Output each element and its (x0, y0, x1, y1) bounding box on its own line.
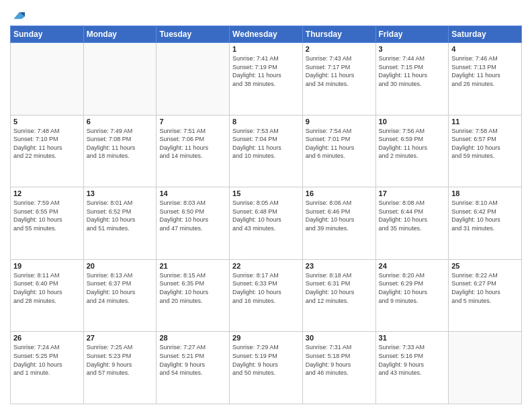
day-info: Sunrise: 8:06 AM Sunset: 6:46 PM Dayligh… (306, 199, 373, 232)
day-number: 12 (13, 189, 81, 197)
day-info: Sunrise: 7:49 AM Sunset: 7:08 PM Dayligh… (87, 127, 154, 161)
calendar-cell: 10Sunrise: 7:56 AM Sunset: 6:59 PM Dayli… (375, 115, 449, 187)
calendar-cell (157, 43, 230, 116)
calendar-header-row: SundayMondayTuesdayWednesdayThursdayFrid… (11, 26, 522, 43)
day-number: 13 (87, 189, 154, 197)
calendar-cell: 31Sunrise: 7:33 AM Sunset: 5:16 PM Dayli… (375, 332, 449, 404)
calendar-week-row: 12Sunrise: 7:59 AM Sunset: 6:55 PM Dayli… (11, 187, 522, 260)
day-info: Sunrise: 7:41 AM Sunset: 7:19 PM Dayligh… (232, 54, 300, 88)
calendar-cell: 7Sunrise: 7:51 AM Sunset: 7:06 PM Daylig… (157, 115, 230, 187)
day-info: Sunrise: 7:25 AM Sunset: 5:23 PM Dayligh… (87, 343, 154, 377)
weekday-header: Saturday (449, 26, 522, 43)
day-info: Sunrise: 8:01 AM Sunset: 6:52 PM Dayligh… (87, 199, 154, 232)
calendar-cell: 9Sunrise: 7:54 AM Sunset: 7:01 PM Daylig… (302, 115, 375, 187)
day-number: 26 (13, 334, 81, 342)
calendar-cell: 29Sunrise: 7:29 AM Sunset: 5:19 PM Dayli… (230, 332, 303, 404)
calendar-cell: 15Sunrise: 8:05 AM Sunset: 6:48 PM Dayli… (230, 187, 303, 260)
calendar-table: SundayMondayTuesdayWednesdayThursdayFrid… (10, 26, 522, 404)
day-info: Sunrise: 8:08 AM Sunset: 6:44 PM Dayligh… (379, 199, 446, 232)
day-number: 5 (13, 118, 81, 126)
calendar-cell (449, 332, 522, 404)
weekday-header: Thursday (302, 26, 375, 43)
calendar-cell: 19Sunrise: 8:11 AM Sunset: 6:40 PM Dayli… (11, 259, 84, 332)
calendar-cell: 27Sunrise: 7:25 AM Sunset: 5:23 PM Dayli… (83, 332, 157, 404)
day-number: 30 (306, 334, 373, 342)
calendar-cell: 20Sunrise: 8:13 AM Sunset: 6:37 PM Dayli… (83, 259, 157, 332)
day-number: 10 (379, 118, 446, 126)
day-info: Sunrise: 7:53 AM Sunset: 7:04 PM Dayligh… (232, 127, 300, 161)
calendar-cell: 26Sunrise: 7:24 AM Sunset: 5:25 PM Dayli… (11, 332, 84, 404)
day-number: 22 (232, 262, 300, 270)
day-info: Sunrise: 7:59 AM Sunset: 6:55 PM Dayligh… (13, 199, 81, 232)
calendar-cell: 22Sunrise: 8:17 AM Sunset: 6:33 PM Dayli… (230, 259, 303, 332)
day-info: Sunrise: 8:03 AM Sunset: 6:50 PM Dayligh… (159, 199, 226, 232)
day-info: Sunrise: 8:05 AM Sunset: 6:48 PM Dayligh… (232, 199, 300, 232)
day-info: Sunrise: 7:33 AM Sunset: 5:16 PM Dayligh… (379, 343, 446, 377)
day-number: 25 (451, 262, 519, 270)
calendar-week-row: 19Sunrise: 8:11 AM Sunset: 6:40 PM Dayli… (11, 259, 522, 332)
day-info: Sunrise: 7:43 AM Sunset: 7:17 PM Dayligh… (306, 54, 373, 88)
day-number: 2 (306, 45, 373, 53)
day-info: Sunrise: 7:56 AM Sunset: 6:59 PM Dayligh… (379, 127, 446, 161)
day-info: Sunrise: 8:18 AM Sunset: 6:31 PM Dayligh… (306, 271, 373, 305)
day-info: Sunrise: 7:54 AM Sunset: 7:01 PM Dayligh… (306, 127, 373, 161)
calendar-cell: 8Sunrise: 7:53 AM Sunset: 7:04 PM Daylig… (230, 115, 303, 187)
day-number: 29 (232, 334, 300, 342)
calendar-cell: 4Sunrise: 7:46 AM Sunset: 7:13 PM Daylig… (449, 43, 522, 116)
day-info: Sunrise: 8:15 AM Sunset: 6:35 PM Dayligh… (159, 271, 226, 305)
day-info: Sunrise: 7:29 AM Sunset: 5:19 PM Dayligh… (232, 343, 300, 377)
day-number: 6 (87, 118, 154, 126)
calendar-cell: 5Sunrise: 7:48 AM Sunset: 7:10 PM Daylig… (11, 115, 84, 187)
day-number: 1 (232, 45, 300, 53)
day-info: Sunrise: 8:10 AM Sunset: 6:42 PM Dayligh… (451, 199, 519, 232)
day-number: 24 (379, 262, 446, 270)
page: SundayMondayTuesdayWednesdayThursdayFrid… (0, 0, 532, 411)
day-info: Sunrise: 7:44 AM Sunset: 7:15 PM Dayligh… (379, 54, 446, 88)
day-number: 18 (451, 189, 519, 197)
calendar-cell: 24Sunrise: 8:20 AM Sunset: 6:29 PM Dayli… (375, 259, 449, 332)
logo (10, 9, 25, 23)
calendar-cell: 1Sunrise: 7:41 AM Sunset: 7:19 PM Daylig… (230, 43, 303, 116)
day-info: Sunrise: 7:48 AM Sunset: 7:10 PM Dayligh… (13, 127, 81, 161)
calendar-cell: 6Sunrise: 7:49 AM Sunset: 7:08 PM Daylig… (83, 115, 157, 187)
header (10, 7, 522, 23)
day-number: 31 (379, 334, 446, 342)
weekday-header: Sunday (11, 26, 84, 43)
calendar-cell: 13Sunrise: 8:01 AM Sunset: 6:52 PM Dayli… (83, 187, 157, 260)
day-number: 11 (451, 118, 519, 126)
day-number: 8 (232, 118, 300, 126)
calendar-cell: 30Sunrise: 7:31 AM Sunset: 5:18 PM Dayli… (302, 332, 375, 404)
weekday-header: Wednesday (230, 26, 303, 43)
calendar-week-row: 1Sunrise: 7:41 AM Sunset: 7:19 PM Daylig… (11, 43, 522, 116)
day-number: 23 (306, 262, 373, 270)
day-number: 15 (232, 189, 300, 197)
day-number: 4 (451, 45, 519, 53)
day-number: 3 (379, 45, 446, 53)
day-number: 27 (87, 334, 154, 342)
calendar-cell: 17Sunrise: 8:08 AM Sunset: 6:44 PM Dayli… (375, 187, 449, 260)
day-number: 9 (306, 118, 373, 126)
day-info: Sunrise: 7:58 AM Sunset: 6:57 PM Dayligh… (451, 127, 519, 161)
day-number: 17 (379, 189, 446, 197)
calendar-cell: 16Sunrise: 8:06 AM Sunset: 6:46 PM Dayli… (302, 187, 375, 260)
day-number: 19 (13, 262, 81, 270)
day-number: 7 (159, 118, 226, 126)
calendar-cell (83, 43, 157, 116)
calendar-cell: 11Sunrise: 7:58 AM Sunset: 6:57 PM Dayli… (449, 115, 522, 187)
weekday-header: Tuesday (157, 26, 230, 43)
day-number: 28 (159, 334, 226, 342)
day-info: Sunrise: 7:31 AM Sunset: 5:18 PM Dayligh… (306, 343, 373, 377)
weekday-header: Monday (83, 26, 157, 43)
calendar-week-row: 5Sunrise: 7:48 AM Sunset: 7:10 PM Daylig… (11, 115, 522, 187)
calendar-cell: 25Sunrise: 8:22 AM Sunset: 6:27 PM Dayli… (449, 259, 522, 332)
calendar-cell: 14Sunrise: 8:03 AM Sunset: 6:50 PM Dayli… (157, 187, 230, 260)
day-info: Sunrise: 7:27 AM Sunset: 5:21 PM Dayligh… (159, 343, 226, 377)
day-number: 16 (306, 189, 373, 197)
day-info: Sunrise: 8:11 AM Sunset: 6:40 PM Dayligh… (13, 271, 81, 305)
calendar-cell: 12Sunrise: 7:59 AM Sunset: 6:55 PM Dayli… (11, 187, 84, 260)
day-number: 21 (159, 262, 226, 270)
weekday-header: Friday (375, 26, 449, 43)
calendar-cell: 18Sunrise: 8:10 AM Sunset: 6:42 PM Dayli… (449, 187, 522, 260)
day-info: Sunrise: 8:22 AM Sunset: 6:27 PM Dayligh… (451, 271, 519, 305)
calendar-cell (11, 43, 84, 116)
